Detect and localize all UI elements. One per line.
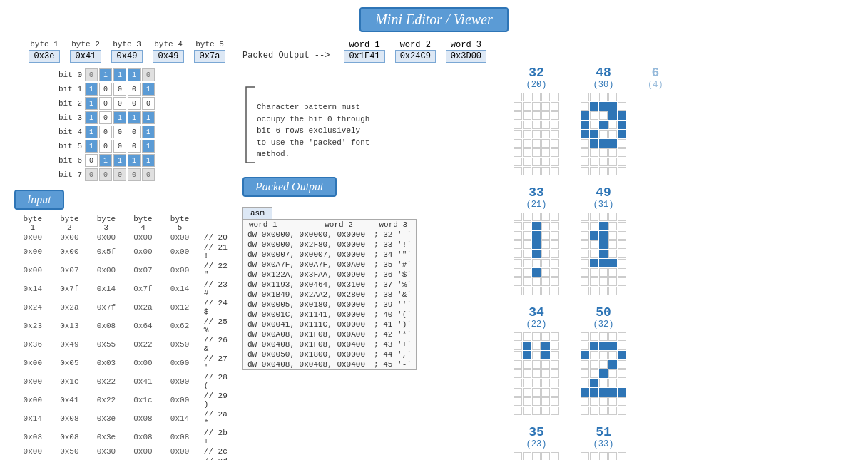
char-grid-2 [581,332,626,415]
char-pixel-20 [514,369,522,378]
char-pixel-4 [551,452,559,460]
char-pixel-4 [618,452,626,460]
char-pixel-7 [532,222,541,230]
input-cell-12-3: 0x00 [125,446,162,456]
packed-dw-11: dw 0x0408, 0x1F08, 0x0400 [243,339,370,349]
bit-cell-1-2[interactable]: 0 [113,83,126,96]
char-pixel-2 [532,93,541,101]
char-pixel-5 [514,102,522,111]
bit-cell-7-1[interactable]: 0 [99,168,112,181]
bit-cell-7-4[interactable]: 0 [142,168,155,181]
bit-cell-3-3[interactable]: 1 [128,111,141,124]
bit-cell-7-2[interactable]: 0 [113,168,126,181]
byte4-value[interactable]: 0x49 [153,50,184,63]
bit-cell-3-2[interactable]: 1 [113,111,126,124]
char-pixel-8 [608,342,617,350]
bit-cell-6-3[interactable]: 1 [128,154,141,167]
char-pixel-42 [599,287,608,295]
bit-cell-4-0[interactable]: 1 [85,126,98,138]
byte3-value[interactable]: 0x49 [111,50,143,63]
char-pixel-20 [581,369,589,378]
input-comment-11: // 2b + [198,428,235,446]
word-col-1: word 1 0x1F41 [344,40,384,63]
char-pixel-29 [551,259,559,267]
bit-cell-2-0[interactable]: 1 [85,97,98,110]
bit-cell-0-2[interactable]: 1 [113,68,126,81]
char-pixel-13 [608,351,617,359]
input-comment-4: // 24 $ [198,298,235,317]
input-cell-7-0: 0x00 [14,354,51,372]
byte1-value[interactable]: 0x3e [29,50,60,63]
bit-cell-1-1[interactable]: 0 [99,83,112,96]
bit-cell-2-4[interactable]: 0 [142,97,155,110]
word2-value[interactable]: 0x24C9 [395,50,436,63]
bit-cell-1-0[interactable]: 1 [85,83,98,96]
bit-cell-7-0[interactable]: 0 [85,168,98,181]
bit-cell-2-3[interactable]: 0 [128,97,141,110]
char-num-0: 32 [514,66,559,80]
char-pixel-12 [599,111,608,120]
bit-cell-0-0[interactable]: 0 [85,68,98,81]
bit-cell-4-4[interactable]: 1 [142,126,155,138]
bit-cell-6-0[interactable]: 0 [85,154,98,167]
bit-cell-1-3[interactable]: 0 [128,83,141,96]
char-sub-2: (22) [514,320,559,329]
word3-value[interactable]: 0x3D00 [446,50,486,63]
bit-cell-1-4[interactable]: 1 [142,83,155,96]
char-pixel-3 [541,93,550,101]
bit-cell-3-4[interactable]: 1 [142,111,155,124]
input-cell-8-3: 0x41 [125,372,162,391]
bit-cell-2-2[interactable]: 0 [113,97,126,110]
header: Mini Editor / Viewer [0,0,868,36]
input-section-label: Input [14,190,64,210]
bit-cell-5-2[interactable]: 0 [113,140,126,153]
bit-cell-5-3[interactable]: 0 [128,140,141,153]
char-pixel-29 [618,259,626,267]
bit-cell-7-3[interactable]: 0 [128,168,141,181]
bit-cell-5-0[interactable]: 1 [85,140,98,153]
char-pixel-4 [618,213,626,221]
bit-cell-2-1[interactable]: 0 [99,97,112,110]
bit-cell-0-3[interactable]: 1 [128,68,141,81]
char-preview-char-col2-3: 51(33) [581,425,626,460]
bit-cell-4-1[interactable]: 0 [99,126,112,138]
word-col-2: word 2 0x24C9 [395,40,436,63]
char-pixel-2 [599,93,608,101]
char-pixel-29 [551,139,559,148]
bit-row-label-5: bit 5 [57,142,82,150]
bit-cell-5-4[interactable]: 1 [142,140,155,153]
input-cell-0-1: 0x00 [51,232,88,242]
packed-dw-5: dw 0x1193, 0x0464, 0x3100 [243,280,370,290]
bit-cell-4-2[interactable]: 0 [113,126,126,138]
char-pixel-34 [618,268,626,277]
char-grid-1 [581,213,626,295]
char-pixel-18 [608,121,617,129]
bit-row-0: bit 001110 [57,68,235,81]
char-pixel-29 [551,379,559,387]
byte5-value[interactable]: 0x7a [194,50,225,63]
char-pixel-17 [599,360,608,369]
char-pixel-24 [551,130,559,138]
char-pixel-14 [551,351,559,359]
bit-cell-4-3[interactable]: 0 [128,126,141,138]
char-pixel-42 [532,287,541,295]
packed-comment-10: ; 42 '*' [369,329,416,339]
bit-cell-6-2[interactable]: 1 [113,154,126,167]
bit-cell-6-4[interactable]: 1 [142,154,155,167]
word1-value[interactable]: 0x1F41 [344,50,384,63]
bit-cell-3-1[interactable]: 0 [99,111,112,124]
byte2-value[interactable]: 0x41 [70,50,101,63]
bit-cell-6-1[interactable]: 1 [99,154,112,167]
bit-cell-0-4[interactable]: 0 [142,68,155,81]
input-cell-2-4: 0x00 [161,261,198,280]
char-pixel-31 [590,268,598,277]
bit-cell-5-1[interactable]: 0 [99,140,112,153]
bit-cell-0-1[interactable]: 1 [99,68,112,81]
input-cell-3-1: 0x7f [51,280,88,298]
char-pixel-26 [523,379,531,387]
bit-cell-3-0[interactable]: 1 [85,111,98,124]
input-comment-9: // 29 ) [198,391,235,409]
char-pixel-29 [618,139,626,148]
asm-tab[interactable]: asm [242,207,272,219]
char-grid-3 [581,452,626,460]
